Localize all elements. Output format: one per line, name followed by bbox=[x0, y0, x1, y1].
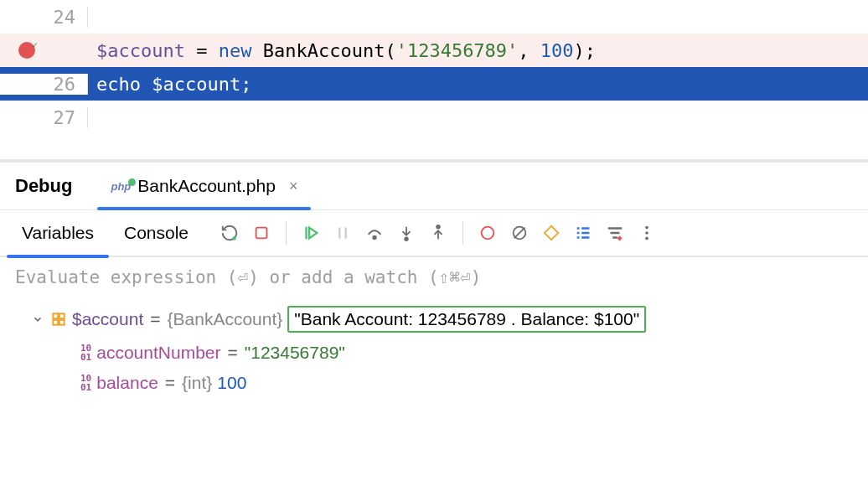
evaluate-expression-input[interactable]: Evaluate expression (⏎) or add a watch (… bbox=[0, 257, 868, 297]
var-type: {BankAccount} bbox=[168, 309, 283, 329]
mute-breakpoints-icon[interactable] bbox=[505, 219, 534, 247]
debug-title: Debug bbox=[15, 175, 97, 197]
variable-child[interactable]: 1001 accountNumber = "123456789" bbox=[8, 338, 860, 368]
code-editor[interactable]: 24 ✓ $account = new BankAccount('1234567… bbox=[0, 0, 868, 134]
debug-toolbar: Variables Console bbox=[0, 210, 868, 257]
svg-point-2 bbox=[373, 236, 376, 240]
tab-variables[interactable]: Variables bbox=[7, 209, 109, 256]
code-text: echo $account; bbox=[88, 74, 868, 95]
variable-root[interactable]: $account = {BankAccount} "Bank Account: … bbox=[8, 301, 860, 338]
close-icon[interactable]: × bbox=[289, 178, 298, 195]
svg-point-5 bbox=[482, 227, 494, 240]
settings-list-icon[interactable] bbox=[569, 219, 597, 247]
line-number: 24 bbox=[0, 7, 88, 28]
svg-rect-13 bbox=[59, 320, 65, 325]
svg-point-3 bbox=[405, 238, 408, 241]
more-icon[interactable] bbox=[633, 219, 661, 247]
resume-icon[interactable] bbox=[297, 219, 325, 247]
php-icon: php bbox=[111, 180, 131, 193]
svg-rect-11 bbox=[59, 313, 65, 318]
equals: = bbox=[226, 343, 240, 363]
svg-point-7 bbox=[645, 226, 648, 230]
file-tab-label: BankAccount.php bbox=[137, 176, 276, 196]
equals: = bbox=[163, 373, 177, 393]
filter-icon[interactable] bbox=[601, 219, 629, 247]
evaluate-icon[interactable] bbox=[537, 219, 566, 247]
code-line-current[interactable]: 26 echo $account; bbox=[0, 67, 868, 101]
variables-tree[interactable]: $account = {BankAccount} "Bank Account: … bbox=[0, 297, 868, 401]
tab-console[interactable]: Console bbox=[109, 209, 204, 256]
rerun-icon[interactable] bbox=[215, 219, 244, 247]
var-name: accountNumber bbox=[96, 343, 220, 363]
var-name: $account bbox=[72, 309, 143, 329]
code-line[interactable]: 24 bbox=[0, 0, 868, 34]
svg-point-0 bbox=[232, 236, 236, 240]
line-number: 26 bbox=[0, 74, 88, 95]
object-icon bbox=[50, 311, 67, 328]
pause-icon bbox=[328, 219, 357, 247]
primitive-icon: 1001 bbox=[80, 374, 91, 392]
debug-panel: Debug php BankAccount.php × Variables Co… bbox=[0, 159, 868, 401]
step-into-icon[interactable] bbox=[392, 219, 421, 247]
var-value: 100 bbox=[217, 373, 246, 393]
view-breakpoints-icon[interactable] bbox=[473, 219, 502, 247]
step-over-icon[interactable] bbox=[360, 219, 389, 247]
primitive-icon: 1001 bbox=[80, 344, 91, 362]
var-name: balance bbox=[96, 373, 158, 393]
svg-point-4 bbox=[437, 225, 440, 229]
debug-header: Debug php BankAccount.php × bbox=[0, 163, 868, 209]
svg-rect-12 bbox=[53, 320, 58, 325]
svg-point-8 bbox=[645, 231, 648, 235]
line-number: 27 bbox=[0, 107, 88, 128]
step-out-icon[interactable] bbox=[424, 219, 452, 247]
var-value-highlighted: "Bank Account: 123456789 . Balance: $100… bbox=[287, 306, 646, 333]
code-line[interactable]: 27 bbox=[0, 101, 868, 134]
equals: = bbox=[148, 309, 162, 329]
chevron-down-icon[interactable] bbox=[32, 313, 45, 325]
stop-icon[interactable] bbox=[247, 219, 276, 247]
var-type: {int} bbox=[182, 373, 212, 393]
code-line-breakpoint[interactable]: ✓ $account = new BankAccount('123456789'… bbox=[0, 34, 868, 67]
svg-point-9 bbox=[645, 237, 648, 240]
debug-file-tab[interactable]: php BankAccount.php × bbox=[97, 163, 311, 209]
svg-rect-10 bbox=[53, 313, 58, 318]
variable-child[interactable]: 1001 balance = {int} 100 bbox=[8, 368, 860, 398]
svg-rect-1 bbox=[256, 228, 267, 239]
var-value: "123456789" bbox=[245, 343, 345, 363]
code-text: $account = new BankAccount('123456789', … bbox=[88, 40, 868, 61]
breakpoint-icon[interactable]: ✓ bbox=[18, 42, 35, 59]
